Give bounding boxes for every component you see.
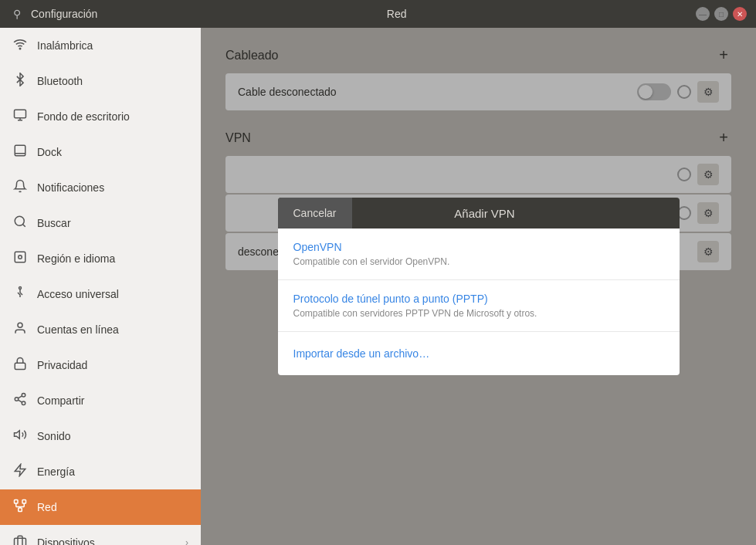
- dialog-cancel-button[interactable]: Cancelar: [278, 198, 352, 228]
- window-controls: — □ ✕: [696, 7, 747, 21]
- sidebar-item-energy[interactable]: Energía: [0, 454, 201, 489]
- sidebar-item-network[interactable]: Red: [0, 489, 201, 525]
- sidebar-item-dock[interactable]: Dock: [0, 134, 201, 170]
- sidebar-item-label: Cuentas en línea: [37, 323, 119, 336]
- desktop-icon: [12, 108, 28, 125]
- app-title: Configuración: [31, 8, 97, 20]
- svg-rect-12: [15, 363, 25, 369]
- sidebar-item-region[interactable]: Región e idioma: [0, 241, 201, 276]
- import-title: Importar desde un archivo…: [293, 344, 664, 360]
- svg-point-6: [15, 216, 24, 225]
- sidebar-item-label: Bluetooth: [37, 75, 83, 87]
- app-body: Inalámbrica Bluetooth Fondo de escritori…: [0, 28, 756, 545]
- svg-rect-1: [15, 110, 26, 118]
- accounts-icon: [12, 321, 28, 338]
- svg-rect-4: [15, 145, 25, 156]
- sidebar-item-search[interactable]: Buscar: [0, 205, 201, 241]
- svg-rect-21: [22, 500, 26, 504]
- sidebar-item-accessibility[interactable]: Acceso universal: [0, 276, 201, 312]
- svg-rect-20: [15, 500, 19, 504]
- sidebar-item-desktop[interactable]: Fondo de escritorio: [0, 99, 201, 134]
- sidebar-item-label: Acceso universal: [37, 288, 119, 300]
- devices-icon: [12, 534, 28, 545]
- sidebar-item-label: Buscar: [37, 217, 71, 229]
- dialog-option-pptp[interactable]: Protocolo de túnel punto a punto (PPTP) …: [278, 280, 680, 332]
- window-title: Red: [387, 8, 407, 20]
- energy-icon: [12, 463, 28, 480]
- dialog-body: OpenVPN Compatible con el servidor OpenV…: [278, 228, 680, 375]
- dialog-option-import[interactable]: Importar desde un archivo…: [278, 332, 680, 375]
- region-icon: [12, 250, 28, 267]
- sidebar-item-label: Dispositivos: [37, 537, 95, 545]
- network-icon: [12, 499, 28, 516]
- wireless-icon: [12, 37, 28, 54]
- sidebar-item-privacy[interactable]: Privacidad: [0, 347, 201, 383]
- title-bar-left: ⚲ Configuración: [9, 6, 97, 22]
- sidebar-item-wireless[interactable]: Inalámbrica: [0, 28, 201, 63]
- sound-icon: [12, 428, 28, 445]
- pptp-title: Protocolo de túnel punto a punto (PPTP): [293, 293, 664, 305]
- sidebar-item-label: Inalámbrica: [37, 39, 93, 52]
- svg-point-10: [19, 287, 22, 289]
- dialog-option-openvpn[interactable]: OpenVPN Compatible con el servidor OpenV…: [278, 228, 680, 280]
- openvpn-title: OpenVPN: [293, 241, 664, 253]
- dialog-header: Cancelar Añadir VPN: [278, 198, 680, 228]
- notifications-icon: [12, 179, 28, 196]
- search-icon[interactable]: ⚲: [9, 6, 25, 22]
- sidebar-item-label: Fondo de escritorio: [37, 110, 130, 123]
- svg-rect-22: [19, 508, 22, 512]
- sidebar-item-sound[interactable]: Sonido: [0, 418, 201, 454]
- svg-marker-18: [15, 431, 20, 439]
- bluetooth-icon: [12, 73, 28, 90]
- accessibility-icon: [12, 286, 28, 303]
- svg-point-14: [15, 398, 19, 401]
- sidebar-item-notifications[interactable]: Notificaciones: [0, 170, 201, 205]
- sidebar-item-label: Compartir: [37, 394, 84, 407]
- chevron-right-icon: ›: [185, 537, 188, 545]
- minimize-button[interactable]: —: [696, 7, 710, 21]
- sidebar-item-label: Red: [37, 501, 57, 513]
- svg-rect-8: [15, 252, 25, 262]
- close-button[interactable]: ✕: [733, 7, 747, 21]
- svg-point-11: [18, 323, 22, 327]
- sidebar-item-devices[interactable]: Dispositivos ›: [0, 525, 201, 545]
- openvpn-desc: Compatible con el servidor OpenVPN.: [293, 256, 664, 267]
- sidebar-item-label: Energía: [37, 465, 75, 478]
- maximize-button[interactable]: □: [714, 7, 728, 21]
- dialog-title: Añadir VPN: [352, 207, 680, 220]
- share-icon: [12, 392, 28, 409]
- dock-icon: [12, 144, 28, 161]
- sidebar-item-label: Dock: [37, 146, 62, 158]
- svg-rect-27: [15, 538, 26, 545]
- sidebar-item-accounts[interactable]: Cuentas en línea: [0, 312, 201, 347]
- svg-line-7: [22, 224, 25, 226]
- svg-point-0: [19, 48, 21, 49]
- privacy-icon: [12, 357, 28, 374]
- sidebar-item-share[interactable]: Compartir: [0, 383, 201, 418]
- svg-line-17: [18, 396, 22, 398]
- sidebar-item-label: Notificaciones: [37, 181, 104, 194]
- svg-marker-19: [15, 465, 25, 476]
- content-area: Cableado + Cable desconectado ⚙ VPN +: [201, 28, 756, 545]
- sidebar-item-label: Sonido: [37, 430, 71, 442]
- search-icon-sidebar: [12, 215, 28, 232]
- sidebar-item-label: Privacidad: [37, 359, 87, 371]
- svg-line-16: [18, 400, 22, 402]
- add-vpn-dialog: Cancelar Añadir VPN OpenVPN Compatible c…: [278, 198, 680, 375]
- title-bar: ⚲ Configuración Red — □ ✕: [0, 0, 756, 28]
- pptp-desc: Compatible con servidores PPTP VPN de Mi…: [293, 308, 664, 319]
- svg-point-15: [22, 401, 25, 405]
- svg-point-9: [19, 256, 22, 259]
- svg-point-13: [22, 394, 25, 398]
- sidebar-item-bluetooth[interactable]: Bluetooth: [0, 63, 201, 99]
- sidebar: Inalámbrica Bluetooth Fondo de escritori…: [0, 28, 201, 545]
- sidebar-item-label: Región e idioma: [37, 252, 115, 265]
